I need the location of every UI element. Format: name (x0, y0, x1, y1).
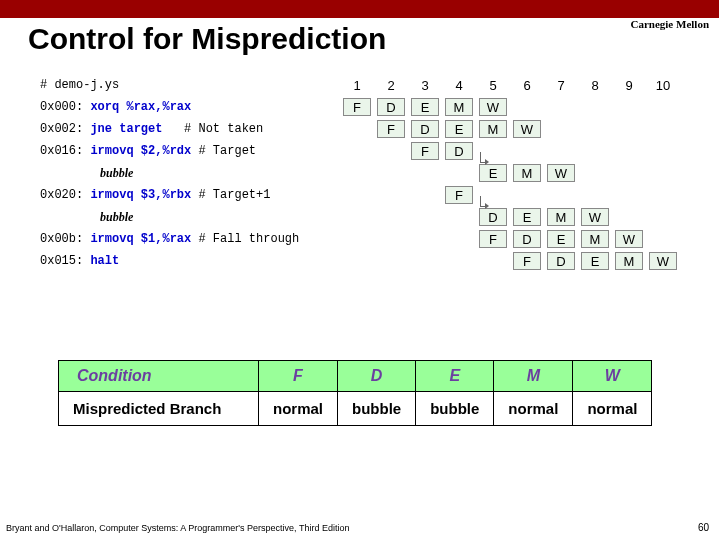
op: irmovq $2,%rdx (90, 144, 191, 158)
stage-F: F (513, 252, 541, 270)
top-red-bar (0, 0, 719, 18)
instr-row: 0x00b: irmovq $1,%rax # Fall through F D… (40, 228, 680, 250)
stage-E: E (445, 120, 473, 138)
op: jne target (90, 122, 162, 136)
col-W: W (573, 361, 652, 392)
addr: 0x015: (40, 254, 83, 268)
stage-action: normal (494, 392, 573, 426)
stage-W: W (649, 252, 677, 270)
cycle-1: 1 (340, 74, 374, 96)
cycle-9: 9 (612, 74, 646, 96)
instr-row: 0x020: irmovq $3,%rbx # Target+1 F (40, 184, 680, 206)
stage-action: normal (573, 392, 652, 426)
stage-E: E (581, 252, 609, 270)
condition-table: Condition F D E M W Mispredicted Branch … (58, 360, 652, 426)
stage-D: D (479, 208, 507, 226)
col-D: D (338, 361, 416, 392)
bubble-label: bubble (40, 167, 133, 179)
page-number: 60 (698, 522, 709, 533)
stage-D: D (411, 120, 439, 138)
comment: # Fall through (198, 232, 299, 246)
col-E: E (416, 361, 494, 392)
bubble-row: bubble E M W (40, 162, 680, 184)
stage-M: M (615, 252, 643, 270)
stage-W: W (581, 208, 609, 226)
code-header: # demo-j.ys (40, 78, 119, 92)
cycle-6: 6 (510, 74, 544, 96)
cond-name: Mispredicted Branch (59, 392, 259, 426)
comment: # Not taken (184, 122, 263, 136)
stage-action: bubble (338, 392, 416, 426)
cycle-2: 2 (374, 74, 408, 96)
stage-E: E (479, 164, 507, 182)
stage-F: F (445, 186, 473, 204)
slide-title: Control for Misprediction (0, 18, 719, 56)
stage-M: M (513, 164, 541, 182)
cycle-8: 8 (578, 74, 612, 96)
cycle-3: 3 (408, 74, 442, 96)
stage-D: D (513, 230, 541, 248)
stage-D: D (377, 98, 405, 116)
cycle-10: 10 (646, 74, 680, 96)
bubble-row: bubble D E M W (40, 206, 680, 228)
stage-M: M (479, 120, 507, 138)
instr-row: 0x015: halt F D E M W (40, 250, 680, 272)
addr: 0x016: (40, 144, 83, 158)
footer-citation: Bryant and O'Hallaron, Computer Systems:… (6, 523, 349, 533)
cycle-7: 7 (544, 74, 578, 96)
stage-W: W (547, 164, 575, 182)
stage-M: M (581, 230, 609, 248)
stage-E: E (513, 208, 541, 226)
instr-row: 0x002: jne target # Not taken F D E M W (40, 118, 680, 140)
instr-row: 0x016: irmovq $2,%rdx # Target F D (40, 140, 680, 162)
cycle-4: 4 (442, 74, 476, 96)
stage-E: E (411, 98, 439, 116)
instr-row: 0x000: xorq %rax,%rax F D E M W (40, 96, 680, 118)
stage-F: F (377, 120, 405, 138)
table-row: Mispredicted Branch normal bubble bubble… (59, 392, 652, 426)
corner-brand: Carnegie Mellon (630, 18, 709, 30)
stage-E: E (547, 230, 575, 248)
op: irmovq $1,%rax (90, 232, 191, 246)
stage-D: D (445, 142, 473, 160)
addr: 0x020: (40, 188, 83, 202)
op: halt (90, 254, 119, 268)
stage-F: F (479, 230, 507, 248)
cond-header: Condition (59, 361, 259, 392)
addr: 0x002: (40, 122, 83, 136)
comment: # Target+1 (198, 188, 270, 202)
op: xorq %rax,%rax (90, 100, 191, 114)
pipeline-table: # demo-j.ys 1 2 3 4 5 6 7 8 9 10 0x000: … (40, 74, 680, 272)
pipeline-diagram: # demo-j.ys 1 2 3 4 5 6 7 8 9 10 0x000: … (40, 74, 680, 272)
stage-M: M (547, 208, 575, 226)
stage-W: W (513, 120, 541, 138)
stage-W: W (479, 98, 507, 116)
comment: # Target (198, 144, 256, 158)
stage-action: bubble (416, 392, 494, 426)
stage-F: F (411, 142, 439, 160)
stage-M: M (445, 98, 473, 116)
cycle-5: 5 (476, 74, 510, 96)
bubble-label: bubble (40, 211, 133, 223)
col-F: F (259, 361, 338, 392)
stage-W: W (615, 230, 643, 248)
stage-D: D (547, 252, 575, 270)
addr: 0x00b: (40, 232, 83, 246)
op: irmovq $3,%rbx (90, 188, 191, 202)
addr: 0x000: (40, 100, 83, 114)
stage-F: F (343, 98, 371, 116)
stage-action: normal (259, 392, 338, 426)
col-M: M (494, 361, 573, 392)
